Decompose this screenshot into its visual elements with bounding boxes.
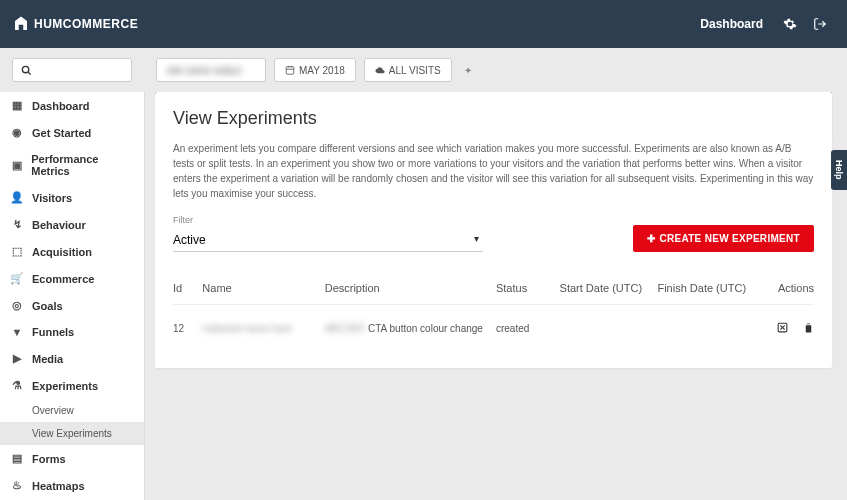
brand-logo[interactable]: HUMCOMMERCE <box>12 15 138 33</box>
sidebar-item-performance[interactable]: ▣Performance Metrics <box>0 146 144 184</box>
form-icon: ▤ <box>10 452 24 465</box>
date-picker[interactable]: MAY 2018 <box>274 58 356 82</box>
cursor-icon: ↯ <box>10 218 24 231</box>
cell-status: created <box>496 323 560 334</box>
user-icon: 👤 <box>10 191 24 204</box>
cell-description: ABCDEF CTA button colour change <box>325 323 496 334</box>
sidebar-item-get-started[interactable]: ◉Get Started <box>0 119 144 146</box>
cell-name: redacted name here <box>202 323 324 334</box>
search-input[interactable] <box>12 58 132 82</box>
main-panel: View Experiments An experiment lets you … <box>155 92 832 368</box>
calendar-icon <box>285 65 295 75</box>
svg-rect-1 <box>286 67 294 75</box>
brand-text: HUMCOMMERCE <box>34 17 138 31</box>
inbox-icon: ⬚ <box>10 245 24 258</box>
funnel-icon: ▼ <box>10 326 24 338</box>
th-status: Status <box>496 282 560 294</box>
cell-actions <box>755 321 814 336</box>
logo-icon <box>12 15 30 33</box>
table-header: Id Name Description Status Start Date (U… <box>173 272 814 305</box>
header-right: Dashboard All Websites <box>688 1 835 47</box>
cart-icon: 🛒 <box>10 272 24 285</box>
sidebar-item-acquisition[interactable]: ⬚Acquisition <box>0 238 144 265</box>
th-actions: Actions <box>755 282 814 294</box>
th-name: Name <box>202 282 324 294</box>
logout-icon[interactable] <box>805 17 835 31</box>
table-row: 12 redacted name here ABCDEF CTA button … <box>173 305 814 352</box>
create-experiment-button[interactable]: ✚ CREATE NEW EXPERIMENT <box>633 225 814 252</box>
th-description: Description <box>325 282 496 294</box>
cloud-icon <box>375 65 385 75</box>
flask-icon: ⚗ <box>10 379 24 392</box>
page-title: View Experiments <box>173 108 814 129</box>
sidebar-item-visitors[interactable]: 👤Visitors <box>0 184 144 211</box>
media-icon: ▶ <box>10 352 24 365</box>
sidebar-item-forms[interactable]: ▤Forms <box>0 445 144 472</box>
sidebar-item-dashboard[interactable]: ▦Dashboard <box>0 92 144 119</box>
sidebar-item-behaviour[interactable]: ↯Behaviour <box>0 211 144 238</box>
sidebar-item-goals[interactable]: ◎Goals <box>0 292 144 319</box>
pin-icon[interactable]: ✦ <box>460 65 472 76</box>
goal-icon: ◎ <box>10 299 24 312</box>
filter-select[interactable]: Active <box>173 229 483 252</box>
plus-icon: ✚ <box>647 233 655 244</box>
help-tab[interactable]: Help <box>831 150 847 190</box>
page-description: An experiment lets you compare different… <box>173 141 814 201</box>
filter-label: Filter <box>173 215 483 225</box>
search-icon <box>21 65 32 76</box>
svg-point-0 <box>22 66 28 72</box>
th-id: Id <box>173 282 202 294</box>
sidebar-item-heatmaps[interactable]: ♨Heatmaps <box>0 472 144 499</box>
sidebar-item-funnels[interactable]: ▼Funnels <box>0 319 144 345</box>
segment-selector[interactable]: ALL VISITS <box>364 58 452 82</box>
delete-icon[interactable] <box>803 321 814 336</box>
sidebar-sub-overview[interactable]: Overview <box>0 399 144 422</box>
nav-dashboard[interactable]: Dashboard <box>688 1 775 47</box>
th-start-date: Start Date (UTC) <box>560 282 658 294</box>
target-icon: ◉ <box>10 126 24 139</box>
header: HUMCOMMERCE Dashboard All Websites <box>0 0 847 48</box>
edit-icon[interactable] <box>776 321 789 336</box>
site-selector[interactable]: site name redact <box>156 58 266 82</box>
sidebar-item-experiments[interactable]: ⚗Experiments <box>0 372 144 399</box>
filter-block: Filter Active <box>173 215 483 252</box>
sidebar: ▦Dashboard ◉Get Started ▣Performance Met… <box>0 92 145 500</box>
gauge-icon: ▣ <box>10 159 23 172</box>
sidebar-item-ecommerce[interactable]: 🛒Ecommerce <box>0 265 144 292</box>
th-finish-date: Finish Date (UTC) <box>657 282 755 294</box>
sidebar-item-media[interactable]: ▶Media <box>0 345 144 372</box>
sidebar-sub-view-experiments[interactable]: View Experiments <box>0 422 144 445</box>
gear-icon[interactable] <box>775 17 805 31</box>
filter-row: Filter Active ✚ CREATE NEW EXPERIMENT <box>173 215 814 252</box>
toolbar: site name redact MAY 2018 ALL VISITS ✦ <box>0 48 847 92</box>
fire-icon: ♨ <box>10 479 24 492</box>
cell-id: 12 <box>173 323 202 334</box>
dashboard-icon: ▦ <box>10 99 24 112</box>
